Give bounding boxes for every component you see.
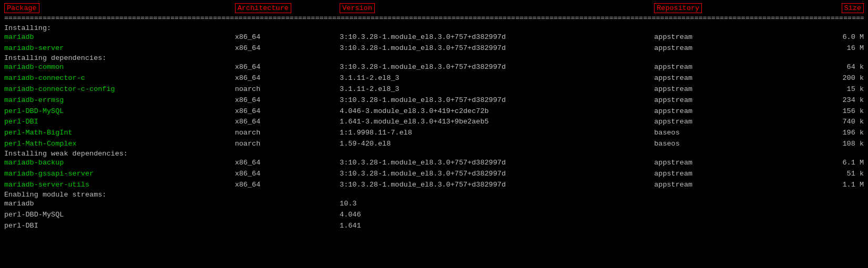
table-row: mariadb10.3 bbox=[4, 199, 864, 210]
package-arch: noarch bbox=[235, 139, 340, 150]
package-name: mariadb-common bbox=[4, 62, 235, 73]
package-version: 3:10.3.28-1.module_el8.3.0+757+d382997d bbox=[340, 32, 654, 43]
package-version: 4.046-3.module_el8.3.0+419+c2dec72b bbox=[340, 106, 654, 117]
table-row: mariadb-serverx86_643:10.3.28-1.module_e… bbox=[4, 43, 864, 54]
package-arch: x86_64 bbox=[235, 73, 340, 84]
package-arch: x86_64 bbox=[235, 62, 340, 73]
header-size: Size bbox=[801, 3, 864, 13]
package-version: 3:10.3.28-1.module_el8.3.0+757+d382997d bbox=[340, 169, 654, 180]
package-version: 1.641 bbox=[340, 221, 654, 232]
package-version: 3:10.3.28-1.module_el8.3.0+757+d382997d bbox=[340, 43, 654, 54]
package-name: mariadb-connector-c-config bbox=[4, 84, 235, 95]
package-version: 3.1.11-2.el8_3 bbox=[340, 73, 654, 84]
package-size: 64 k bbox=[801, 62, 864, 73]
package-repo: appstream bbox=[654, 117, 801, 128]
package-arch: noarch bbox=[235, 84, 340, 95]
package-name: mariadb-server bbox=[4, 43, 235, 54]
section-label: Installing: bbox=[4, 24, 864, 32]
terminal-output: Package Architecture Version Repository … bbox=[4, 3, 864, 232]
package-name: perl-DBD-MySQL bbox=[4, 210, 235, 221]
separator-line: ========================================… bbox=[4, 14, 864, 22]
package-name: mariadb-connector-c bbox=[4, 73, 235, 84]
package-repo: appstream bbox=[654, 180, 801, 191]
package-name: perl-Math-Complex bbox=[4, 139, 235, 150]
package-arch bbox=[235, 199, 340, 210]
package-size: 51 k bbox=[801, 169, 864, 180]
header-version: Version bbox=[340, 3, 654, 13]
table-row: mariadb-connector-c-confignoarch3.1.11-2… bbox=[4, 84, 864, 95]
package-repo: appstream bbox=[654, 158, 801, 169]
package-repo: appstream bbox=[654, 73, 801, 84]
table-row: perl-DBI1.641 bbox=[4, 221, 864, 232]
package-repo: baseos bbox=[654, 139, 801, 150]
package-arch: noarch bbox=[235, 128, 340, 139]
package-repo bbox=[654, 221, 801, 232]
package-size: 234 k bbox=[801, 95, 864, 106]
package-repo bbox=[654, 210, 801, 221]
package-version: 10.3 bbox=[340, 199, 654, 210]
package-arch: x86_64 bbox=[235, 43, 340, 54]
package-arch bbox=[235, 210, 340, 221]
package-arch: x86_64 bbox=[235, 117, 340, 128]
package-arch: x86_64 bbox=[235, 180, 340, 191]
package-size bbox=[801, 210, 864, 221]
package-version: 1:1.9998.11-7.el8 bbox=[340, 128, 654, 139]
table-row: mariadb-gssapi-serverx86_643:10.3.28-1.m… bbox=[4, 169, 864, 180]
package-name: mariadb-gssapi-server bbox=[4, 169, 235, 180]
package-size bbox=[801, 199, 864, 210]
package-repo: appstream bbox=[654, 106, 801, 117]
package-name: mariadb bbox=[4, 32, 235, 43]
package-version: 3:10.3.28-1.module_el8.3.0+757+d382997d bbox=[340, 62, 654, 73]
package-version: 1.641-3.module_el8.3.0+413+9be2aeb5 bbox=[340, 117, 654, 128]
package-size: 6.1 M bbox=[801, 158, 864, 169]
package-arch: x86_64 bbox=[235, 169, 340, 180]
package-version: 3:10.3.28-1.module_el8.3.0+757+d382997d bbox=[340, 158, 654, 169]
header-package: Package bbox=[4, 3, 235, 13]
package-arch: x86_64 bbox=[235, 106, 340, 117]
package-arch bbox=[235, 221, 340, 232]
package-repo bbox=[654, 199, 801, 210]
package-arch: x86_64 bbox=[235, 32, 340, 43]
package-repo: appstream bbox=[654, 32, 801, 43]
package-repo: appstream bbox=[654, 84, 801, 95]
table-row: perl-DBD-MySQLx86_644.046-3.module_el8.3… bbox=[4, 106, 864, 117]
package-size: 740 k bbox=[801, 117, 864, 128]
package-size: 1.1 M bbox=[801, 180, 864, 191]
package-repo: appstream bbox=[654, 43, 801, 54]
package-arch: x86_64 bbox=[235, 158, 340, 169]
header-architecture: Architecture bbox=[235, 3, 340, 13]
package-name: perl-DBD-MySQL bbox=[4, 106, 235, 117]
package-size: 108 k bbox=[801, 139, 864, 150]
package-repo: appstream bbox=[654, 62, 801, 73]
package-size: 196 k bbox=[801, 128, 864, 139]
package-version: 4.046 bbox=[340, 210, 654, 221]
package-size: 16 M bbox=[801, 43, 864, 54]
package-version: 3:10.3.28-1.module_el8.3.0+757+d382997d bbox=[340, 180, 654, 191]
table-row: mariadb-backupx86_643:10.3.28-1.module_e… bbox=[4, 158, 864, 169]
table-row: perl-Math-Complexnoarch1.59-420.el8baseo… bbox=[4, 139, 864, 150]
table-row: mariadb-errmsgx86_643:10.3.28-1.module_e… bbox=[4, 95, 864, 106]
header-repository: Repository bbox=[654, 3, 801, 13]
package-name: perl-DBI bbox=[4, 117, 235, 128]
package-version: 1.59-420.el8 bbox=[340, 139, 654, 150]
table-row: perl-Math-BigIntnoarch1:1.9998.11-7.el8b… bbox=[4, 128, 864, 139]
package-arch: x86_64 bbox=[235, 95, 340, 106]
package-version: 3:10.3.28-1.module_el8.3.0+757+d382997d bbox=[340, 95, 654, 106]
section-label: Installing weak dependencies: bbox=[4, 150, 864, 158]
package-sections: Installing: mariadbx86_643:10.3.28-1.mod… bbox=[4, 24, 864, 232]
package-size bbox=[801, 221, 864, 232]
table-header: Package Architecture Version Repository … bbox=[4, 3, 864, 13]
package-size: 156 k bbox=[801, 106, 864, 117]
section-label: Enabling module streams: bbox=[4, 191, 864, 199]
package-size: 15 k bbox=[801, 84, 864, 95]
table-row: mariadb-connector-cx86_643.1.11-2.el8_3a… bbox=[4, 73, 864, 84]
package-repo: baseos bbox=[654, 128, 801, 139]
table-row: mariadb-server-utilsx86_643:10.3.28-1.mo… bbox=[4, 180, 864, 191]
package-size: 6.0 M bbox=[801, 32, 864, 43]
package-name: mariadb bbox=[4, 199, 235, 210]
package-name: mariadb-errmsg bbox=[4, 95, 235, 106]
table-row: perl-DBD-MySQL4.046 bbox=[4, 210, 864, 221]
package-repo: appstream bbox=[654, 169, 801, 180]
table-row: perl-DBIx86_641.641-3.module_el8.3.0+413… bbox=[4, 117, 864, 128]
section-label: Installing dependencies: bbox=[4, 54, 864, 62]
